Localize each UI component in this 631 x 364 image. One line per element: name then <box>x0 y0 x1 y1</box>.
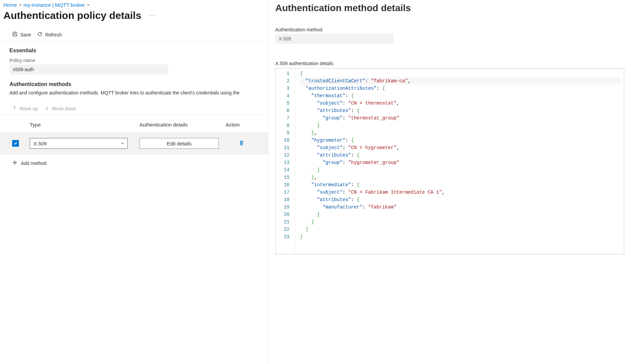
col-type: Type <box>30 122 140 128</box>
save-label: Save <box>20 32 31 37</box>
save-icon <box>12 31 18 38</box>
plus-icon <box>12 160 18 166</box>
col-action: Action <box>226 122 256 128</box>
refresh-label: Refresh <box>45 32 62 37</box>
auth-method-label: Authentication method <box>275 27 624 32</box>
code-gutter: 1 2 3 4 5 6 7 8 9 10 11 12 13 14 15 16 1… <box>276 68 295 254</box>
delete-button[interactable] <box>238 141 245 147</box>
auth-method-value: X.509 <box>275 34 394 44</box>
type-select-value: X.509 <box>33 141 47 146</box>
edit-details-label: Edit details <box>167 141 192 146</box>
policy-name-label: Policy name <box>9 58 259 63</box>
essentials-heading: Essentials <box>9 48 259 54</box>
svg-rect-2 <box>14 34 16 36</box>
right-panel: Authentication method details Authentica… <box>269 0 631 364</box>
methods-table-header: Type Authentication details Action <box>0 115 268 133</box>
chevron-right-icon: > <box>87 2 90 7</box>
svg-rect-1 <box>14 32 16 33</box>
toolbar: Save Refresh <box>0 28 268 41</box>
policy-name-value: x509-auth <box>9 64 168 75</box>
chevron-right-icon: > <box>19 2 22 7</box>
edit-details-button[interactable]: Edit details <box>140 138 219 149</box>
save-button[interactable]: Save <box>12 31 31 38</box>
trash-icon <box>238 141 245 147</box>
col-details: Authentication details <box>140 122 226 128</box>
breadcrumb-instance[interactable]: my-instance | MQTT broker <box>24 2 85 8</box>
methods-subtext: Add and configure authentication methods… <box>9 90 259 95</box>
move-down-label: Move down <box>52 106 76 111</box>
chevron-down-icon <box>121 141 125 146</box>
arrow-up-icon <box>12 106 17 111</box>
move-up-label: Move up <box>20 106 38 111</box>
refresh-button[interactable]: Refresh <box>37 31 62 38</box>
more-button[interactable]: ··· <box>148 11 156 20</box>
page-title: Authentication policy details <box>3 10 141 21</box>
breadcrumb: Home > my-instance | MQTT broker > <box>0 0 268 8</box>
arrow-down-icon <box>45 106 49 111</box>
add-method-button[interactable]: Add method <box>0 155 268 172</box>
code-body[interactable]: { "trustedClientCaCert": "fabrikam-ca", … <box>295 68 624 254</box>
code-editor[interactable]: 1 2 3 4 5 6 7 8 9 10 11 12 13 14 15 16 1… <box>275 68 624 254</box>
move-down-button[interactable]: Move down <box>45 106 76 111</box>
breadcrumb-home[interactable]: Home <box>3 2 17 8</box>
left-panel: Home > my-instance | MQTT broker > Authe… <box>0 0 269 364</box>
methods-heading: Authentication methods <box>9 81 259 87</box>
auth-details-label: X.509 authentication details <box>275 61 624 66</box>
type-select[interactable]: X.509 <box>30 138 128 149</box>
row-checkbox[interactable] <box>12 140 19 147</box>
table-row: X.509 Edit details <box>0 133 268 155</box>
refresh-icon <box>37 31 43 38</box>
right-panel-title: Authentication method details <box>275 0 624 27</box>
add-method-label: Add method <box>21 161 47 166</box>
move-up-button[interactable]: Move up <box>12 106 38 111</box>
